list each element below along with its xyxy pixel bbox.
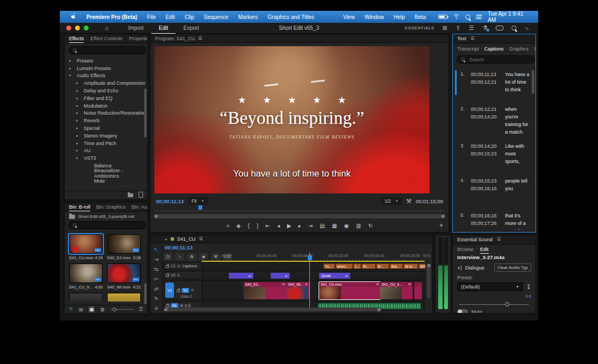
sequence-tab[interactable]: S41_CU [177, 236, 196, 242]
pen-tool[interactable]: ✎ [154, 296, 158, 302]
track-lock-icon[interactable] [166, 265, 169, 268]
track-name[interactable]: Captions [182, 264, 197, 268]
tree-chevron-icon[interactable]: ▸ [75, 156, 79, 160]
linked-selection-icon[interactable]: ⧉ [188, 253, 196, 260]
caption-clip[interactable]: At le... [403, 263, 418, 269]
menubar-item[interactable]: Markers [233, 14, 263, 20]
go-to-in-icon[interactable]: ⇤ [266, 223, 270, 229]
tree-chevron-icon[interactable]: ▸ [68, 59, 72, 63]
titlebar-tab[interactable]: Export [176, 23, 207, 34]
extract-icon[interactable]: ▦ [332, 223, 337, 229]
effects-tree-item[interactable]: Panner - Ambisonics [65, 185, 147, 186]
hand-tool[interactable]: ✛ [154, 306, 158, 311]
bin-panel-tab[interactable]: Bin: B-roll [69, 204, 90, 210]
new-custom-bin-icon[interactable] [128, 193, 133, 197]
loop-icon[interactable]: ↻ [368, 223, 372, 229]
caption-timecodes[interactable]: 00;00;16;1600;00;17;26 [471, 212, 501, 230]
track-lock-icon[interactable] [166, 274, 169, 277]
track-target-v1[interactable]: V1 [182, 288, 189, 293]
caption-text[interactable]: You have a lot of time to think [505, 71, 531, 99]
play-icon[interactable]: ▶ [287, 223, 291, 229]
export-share-icon[interactable]: ⇧ [456, 25, 460, 31]
delete-icon[interactable] [139, 193, 143, 198]
menubar-item[interactable]: Sequence [199, 14, 233, 20]
text-panel-tab[interactable]: Captions [484, 46, 504, 52]
caption-text[interactable]: when you're training for a match. [505, 106, 531, 136]
timeline-ruler[interactable]: ;00;0000;00;04;0000;00;08;0000;00;12;000… [202, 252, 425, 261]
apple-menu[interactable] [66, 13, 82, 21]
caption-clip[interactable]: th... [362, 263, 376, 269]
lift-icon[interactable]: ▤ [320, 223, 325, 229]
track-output-eye-icon[interactable]: ⊙ [177, 273, 180, 278]
essential-sound-tab[interactable]: Edit [480, 247, 489, 252]
control-center-icon[interactable] [476, 15, 483, 20]
track-output-eye-icon[interactable]: ⊙ [177, 264, 180, 268]
writable-pencil-icon[interactable]: ✎ [69, 307, 73, 312]
graphic-clip[interactable]: fx [229, 273, 253, 279]
bin-clip-item[interactable]: ••• S40_E2.mov3:28 [107, 234, 141, 260]
bin-panel-tab[interactable]: Bin: Au [132, 204, 147, 210]
button-editor-plus[interactable]: + [439, 222, 443, 229]
essential-sound-tab[interactable]: Browse [457, 247, 474, 252]
sort-icon[interactable]: ☰ [139, 307, 143, 312]
spotlight-search-icon[interactable] [465, 15, 470, 20]
program-mini-timeline[interactable] [155, 206, 444, 212]
minimize-window-button[interactable] [75, 26, 80, 30]
caption-clip[interactable]: th... [376, 263, 389, 269]
bin-search-field[interactable] [68, 221, 146, 229]
video-track-v1[interactable]: V1 V1 ⊙ Video 1 S40_E2...fx S40_Wi...fx [164, 280, 425, 300]
program-video-frame[interactable]: ★ ★ ★ ★ ★ “Beyond inspiring.” TATIANA NA… [154, 46, 429, 193]
captions-search-input[interactable] [468, 57, 531, 63]
bin-search-input[interactable] [80, 222, 142, 229]
caption-row[interactable]: 5. 00;00;16;1600;00;17;26 that it's more… [455, 209, 533, 230]
track-name[interactable]: Video 1 [180, 294, 192, 298]
bin-clip-item-cropped[interactable] [69, 293, 103, 302]
track-output-eye-icon[interactable]: ⊙ [191, 288, 194, 292]
effects-panel-tab[interactable]: Propertie [129, 36, 147, 41]
tree-chevron-icon[interactable]: ▸ [75, 126, 79, 130]
menubar-item[interactable]: File [142, 14, 160, 20]
effects-search-field[interactable] [68, 46, 146, 54]
tree-chevron-icon[interactable]: ▸ [75, 89, 79, 93]
match-frame-icon[interactable]: ⌗ [226, 223, 229, 229]
bin-scrollbar[interactable] [144, 283, 147, 305]
effects-tree-item[interactable]: ▸ Noise Reduction/Restoration [65, 110, 147, 117]
bin-clip-item[interactable]: ••• S41_CU_9...4:00 [69, 263, 103, 290]
caption-text[interactable]: that it's more of a mental challenge [505, 212, 531, 230]
video-clip[interactable]: fx [414, 282, 422, 299]
effects-tree-item[interactable]: ▸ Time and Pitch [65, 140, 147, 147]
timeline-current-timecode[interactable]: 00;00;11;13 [165, 244, 192, 250]
caption-timecodes[interactable]: 00;00;15;2300;00;16;16 [471, 178, 501, 206]
effects-search-input[interactable] [80, 47, 142, 54]
captions-scrollbar[interactable] [532, 70, 534, 94]
track-solo-button[interactable]: S [185, 304, 188, 307]
mark-out-icon[interactable]: } [257, 223, 258, 229]
step-forward-icon[interactable]: ▸ [298, 223, 301, 229]
bin-clip-item-cropped[interactable] [107, 293, 141, 302]
menubar-item[interactable]: Graphics and Titles [263, 14, 319, 20]
workspaces-icon[interactable]: ⊞ [443, 25, 447, 31]
bin-breadcrumb[interactable]: Short Edit v65_3.prproj\B-roll [78, 214, 134, 219]
titlebar-tab[interactable]: Import [121, 23, 151, 34]
caption-timecodes[interactable]: 00;00;11;1300;00;12;21 [471, 71, 501, 99]
clear-audio-type-button[interactable]: Clear Audio Typ [494, 263, 531, 272]
menubar-clock[interactable]: Tue Apr 1 9:41 AM [488, 11, 532, 23]
freeform-view-button[interactable]: ▥ [99, 306, 105, 312]
captions-search-field[interactable] [457, 55, 535, 64]
comments-icon[interactable]: ··· [496, 26, 503, 30]
tree-chevron-icon[interactable]: ▸ [75, 96, 79, 101]
slider-knob[interactable] [505, 302, 509, 306]
bin-panel-tab[interactable]: Bin: Graphics [96, 204, 126, 210]
mark-in-icon[interactable]: { [248, 223, 250, 229]
caption-row[interactable]: 2. 00;00;12;2100;00;14;20 when you're tr… [455, 103, 533, 140]
slip-tool[interactable]: ⇄ [154, 286, 158, 292]
panel-menu-icon[interactable]: ☰ [471, 36, 475, 41]
effects-panel-tab[interactable]: Effects [69, 36, 84, 41]
video-clip[interactable]: S40_E2...fx [244, 282, 286, 299]
timeline-vertical-scrollbar[interactable] [427, 263, 431, 298]
export-frame-icon[interactable]: ◉ [344, 223, 349, 229]
gain-value[interactable]: 0.0 [526, 294, 531, 299]
effects-tree-item[interactable]: ▸ Presets [65, 57, 147, 65]
panel-menu-icon[interactable]: ☰ [497, 237, 501, 242]
caption-clip[interactable]: Yo... [323, 263, 335, 269]
